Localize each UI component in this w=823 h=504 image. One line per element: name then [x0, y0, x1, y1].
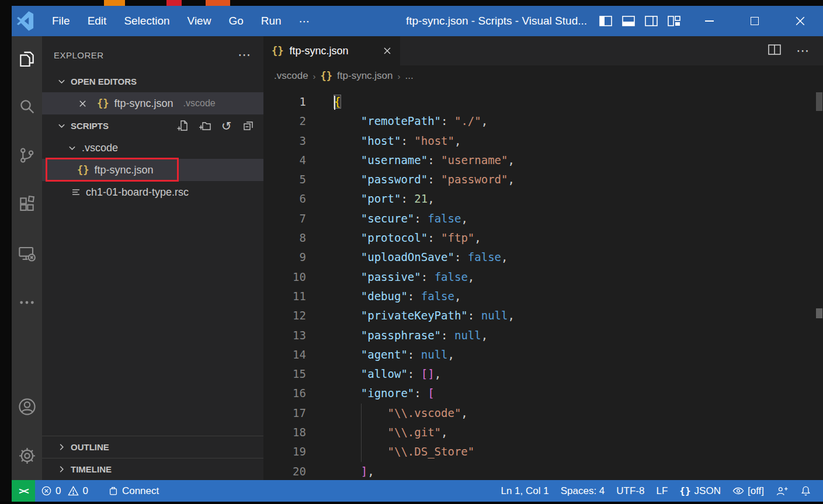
new-file-icon[interactable] [177, 120, 189, 131]
refresh-icon[interactable]: ↻ [221, 120, 232, 132]
open-editor-item[interactable]: {} ftp-sync.json .vscode [42, 92, 263, 114]
code-line[interactable]: 3 "host": "host", [263, 131, 815, 151]
code-line[interactable]: 7 "secure": false, [263, 209, 815, 228]
maximize-icon [751, 17, 759, 25]
menu-file[interactable]: File [43, 6, 79, 36]
notifications-bell-button[interactable] [794, 480, 817, 502]
code-line[interactable]: 17 "\\.vscode", [263, 404, 815, 423]
code-line[interactable]: 8 "protocol": "ftp", [263, 228, 815, 248]
menu-view[interactable]: View [179, 6, 220, 36]
code-line[interactable]: 19 "\\.DS_Store" [263, 442, 815, 461]
tab-ftp-sync-json[interactable]: {} ftp-sync.json [263, 36, 400, 65]
feedback-button[interactable] [770, 480, 794, 502]
code-line[interactable]: 10 "passive": false, [263, 267, 815, 287]
code-line[interactable]: 5 "password": "password", [263, 170, 815, 189]
json-file-icon: {} [272, 45, 283, 57]
code-line[interactable]: 2 "remotePath": "./", [263, 112, 815, 131]
line-number: 6 [263, 189, 306, 208]
problems-status[interactable]: 0 0 [35, 480, 94, 502]
code-line[interactable]: 4 "username": "username", [263, 151, 815, 170]
indentation-status[interactable]: Spaces: 4 [555, 480, 611, 502]
code-line[interactable]: 1{ [263, 92, 815, 112]
collapse-all-icon[interactable] [242, 120, 254, 131]
outline-section[interactable]: OUTLINE [42, 436, 263, 458]
file-ch1-01-board-type-rsc[interactable]: ch1-01-board-type.rsc [42, 181, 263, 203]
remote-indicator[interactable]: >< [12, 480, 35, 502]
breadcrumb-file[interactable]: ftp-sync.json [337, 70, 393, 82]
open-editors-section[interactable]: OPEN EDITORS [42, 70, 263, 92]
connect-label: Connect [122, 485, 159, 497]
menu-more[interactable]: ⋯ [290, 6, 319, 36]
maximize-button[interactable] [732, 6, 777, 36]
explorer-icon[interactable] [12, 36, 42, 82]
line-number: 9 [263, 248, 306, 267]
source-control-icon[interactable] [12, 131, 42, 180]
minimap[interactable] [770, 88, 812, 123]
toggle-secondary-sidebar-icon[interactable] [645, 16, 658, 26]
file-ftp-sync-json[interactable]: {} ftp-sync.json [42, 159, 263, 181]
ftp-connect-button[interactable]: Connect [102, 480, 165, 502]
code-line[interactable]: 16 "ignore": [ [263, 384, 815, 403]
explorer-more-icon[interactable]: ⋯ [238, 47, 252, 62]
code-line[interactable]: 20 ], [263, 462, 815, 480]
window-controls [686, 6, 823, 36]
menu-run[interactable]: Run [252, 6, 290, 36]
more-actions-icon[interactable] [12, 278, 42, 327]
extensions-icon[interactable] [12, 180, 42, 229]
code-line[interactable]: 12 "privateKeyPath": null, [263, 306, 815, 325]
connect-icon [108, 486, 119, 496]
text-cursor [334, 96, 335, 110]
search-icon[interactable] [12, 82, 42, 131]
status-left: >< 0 0 Connect [12, 480, 165, 502]
menu-go[interactable]: Go [220, 6, 252, 36]
close-editor-icon[interactable] [78, 99, 87, 108]
code-line[interactable]: 11 "debug": false, [263, 287, 815, 306]
line-number: 2 [263, 112, 306, 131]
code-line[interactable]: 15 "allow": [], [263, 364, 815, 384]
account-icon[interactable] [12, 382, 42, 431]
language-status[interactable]: {} JSON [673, 480, 727, 502]
menu-selection[interactable]: Selection [115, 6, 178, 36]
settings-gear-icon[interactable] [12, 431, 42, 480]
minimize-button[interactable] [686, 6, 732, 36]
new-folder-icon[interactable] [199, 120, 211, 131]
menu-edit[interactable]: Edit [79, 6, 116, 36]
toggle-sidebar-icon[interactable] [599, 16, 612, 26]
timeline-section[interactable]: TIMELINE [42, 458, 263, 480]
toggle-panel-icon[interactable] [622, 16, 635, 26]
json-braces-icon: {} [679, 485, 690, 496]
code-line[interactable]: 6 "port": 21, [263, 189, 815, 208]
scrollbar-thumb[interactable] [816, 92, 822, 111]
json-file-icon: {} [97, 98, 109, 109]
line-number: 3 [263, 131, 306, 151]
file-name: ch1-01-board-type.rsc [86, 186, 189, 199]
code-line[interactable]: 14 "agent": null, [263, 345, 815, 364]
remote-explorer-icon[interactable] [12, 229, 42, 278]
tab-close-icon[interactable] [383, 46, 392, 55]
folder-vscode[interactable]: .vscode [42, 137, 263, 159]
outline-label: OUTLINE [71, 442, 109, 452]
encoding-status[interactable]: UTF-8 [610, 480, 650, 502]
scripts-section[interactable]: SCRIPTS ↻ [42, 114, 263, 137]
code-lines: 1{2 "remotePath": "./",3 "host": "host",… [263, 92, 815, 480]
eol-status[interactable]: LF [651, 480, 674, 502]
line-number: 13 [263, 326, 306, 345]
cursor-position-status[interactable]: Ln 1, Col 1 [495, 480, 554, 502]
line-number: 18 [263, 423, 306, 442]
editor-more-icon[interactable]: ⋯ [796, 43, 810, 58]
customize-layout-icon[interactable] [668, 16, 680, 26]
code-editor[interactable]: 1{2 "remotePath": "./",3 "host": "host",… [263, 86, 815, 480]
code-line[interactable]: 18 "\\.git", [263, 423, 815, 442]
breadcrumb-vscode[interactable]: .vscode [274, 70, 308, 82]
split-editor-icon[interactable] [768, 44, 781, 57]
ftp-watch-status[interactable]: [off] [727, 480, 770, 502]
breadcrumb-more[interactable]: ... [405, 70, 414, 82]
background-window-fragment [206, 0, 230, 6]
close-button[interactable] [777, 6, 823, 36]
code-line[interactable]: 13 "passphrase": null, [263, 326, 815, 345]
line-number: 20 [263, 462, 306, 480]
warning-count: 0 [82, 485, 88, 497]
chevron-right-icon [57, 443, 66, 451]
bottom-strip [0, 502, 823, 504]
code-line[interactable]: 9 "uploadOnSave": false, [263, 248, 815, 267]
